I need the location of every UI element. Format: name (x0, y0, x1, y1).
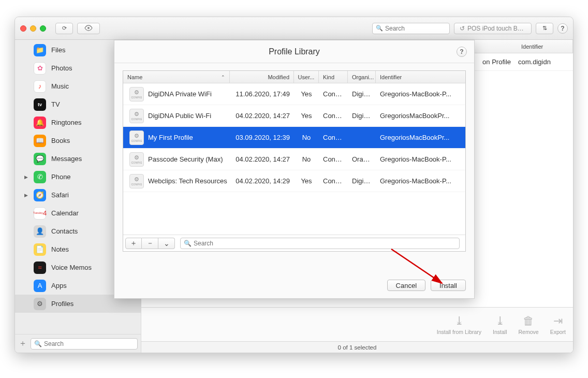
sidebar-item-label: Notes (51, 245, 69, 253)
remove-action[interactable]: 🗑Remove (519, 314, 539, 335)
profile-name-cell: ⚙CONFIGMy First Profile (123, 130, 230, 145)
cell-identifier: Gregorios-MacBook-P... (376, 90, 465, 98)
profile-name: Webclips: Tech Resources (148, 177, 227, 185)
preview-button[interactable] (77, 23, 100, 34)
column-identifier[interactable]: Identifier (376, 71, 465, 83)
close-window-button[interactable] (20, 25, 26, 32)
zoom-window-button[interactable] (40, 25, 46, 32)
profile-name: DigiDNA Public Wi-Fi (148, 112, 211, 120)
cell-identifier: GregoriosMacBookPr... (376, 134, 465, 141)
profile-row[interactable]: ⚙CONFIGWebclips: Tech Resources04.02.202… (123, 170, 465, 192)
column-name[interactable]: Name ⌃ (123, 71, 230, 83)
remove-profile-button[interactable]: － (142, 238, 158, 249)
svg-point-0 (87, 27, 90, 29)
install-button[interactable]: Install (431, 280, 466, 291)
column-modified[interactable]: Modified (230, 71, 294, 83)
profile-list-header: Name ⌃ Modified User... Kind Organi... I… (123, 71, 465, 83)
profile-row[interactable]: ⚙CONFIGMy First Profile03.09.2020, 12:39… (123, 127, 465, 149)
profile-row[interactable]: ⚙CONFIGPasscode Security (Max)04.02.2020… (123, 149, 465, 170)
cell-user: No (294, 134, 319, 141)
cell-org: Orange (348, 155, 376, 163)
backups-button[interactable]: ↺ POS iPod touch Backups (454, 23, 532, 34)
dialog-body: Name ⌃ Modified User... Kind Organi... I… (114, 63, 474, 272)
cell-kind: Config... (319, 155, 348, 163)
profile-name: My First Profile (148, 134, 193, 141)
column-organization[interactable]: Organi... (348, 71, 376, 83)
toolbar: ⟳ 🔍 ↺ POS iPod touch Backups ⇅ ? (15, 17, 573, 40)
cell-identifier: GregoriosMacBookPr... (376, 112, 465, 120)
calendar-icon: Tuesday4 (34, 207, 46, 220)
profile-row[interactable]: ⚙CONFIGDigiDNA Public Wi-Fi04.02.2020, 1… (123, 105, 465, 127)
sidebar-item-label: Messages (51, 155, 82, 163)
sidebar-item-label: Profiles (51, 300, 74, 308)
add-profile-button[interactable]: ＋ (125, 238, 142, 249)
action-menu-button[interactable]: ⌄ (158, 238, 175, 249)
remove-label: Remove (519, 329, 539, 335)
cell-modified: 04.02.2020, 14:27 (230, 155, 294, 163)
cell-modified: 04.02.2020, 14:29 (230, 177, 294, 185)
profile-name-cell: ⚙CONFIGPasscode Security (Max) (123, 152, 230, 167)
music-icon: ♪ (34, 80, 46, 93)
column-name-label: Name (127, 74, 142, 80)
column-user[interactable]: User... (294, 71, 319, 83)
dialog-titlebar: Profile Library ? (114, 40, 474, 63)
profile-identifier-fragment: com.digidn (518, 58, 568, 66)
install-action[interactable]: ⤓Install (493, 314, 507, 335)
sidebar-item-label: Photos (51, 64, 72, 72)
profile-row[interactable]: ⚙CONFIGDigiDNA Private WiFi11.06.2020, 1… (123, 83, 465, 105)
profile-name-cell: ⚙CONFIGDigiDNA Private WiFi (123, 87, 230, 101)
messages-icon: 💬 (34, 153, 46, 165)
dialog-help-button[interactable]: ? (457, 47, 467, 57)
column-identifier[interactable]: Identifier (516, 40, 573, 53)
profile-library-dialog: Profile Library ? Name ⌃ Modified User..… (114, 40, 475, 299)
sidebar-footer: ＋ 🔍 (15, 334, 141, 353)
sidebar-search-input[interactable] (44, 340, 134, 347)
cell-user: Yes (294, 112, 319, 120)
status-bar: 0 of 1 selected (141, 341, 573, 353)
profile-list-search[interactable]: 🔍 (180, 238, 460, 249)
sidebar-item-label: Calendar (51, 209, 79, 217)
search-icon: 🔍 (34, 340, 42, 347)
sidebar-item-label: TV (51, 100, 60, 108)
photos-icon: ✿ (34, 62, 46, 75)
cell-kind: Config... (319, 177, 348, 185)
cell-org: DigiD... (348, 112, 376, 120)
cell-org: DigiD... (348, 90, 376, 98)
notes-icon: 📄 (34, 243, 46, 256)
config-file-icon: ⚙CONFIG (129, 109, 144, 123)
profile-list-search-input[interactable] (194, 240, 456, 247)
cell-modified: 03.09.2020, 12:39 (230, 134, 294, 141)
sort-button[interactable]: ⇅ (536, 23, 553, 34)
install-library-label: Install from Library (437, 329, 481, 335)
bottom-action-bar: ⤓Install from Library⤓Install🗑Remove⇥Exp… (141, 307, 573, 341)
sidebar-add-button[interactable]: ＋ (18, 338, 27, 349)
help-icon: ? (561, 25, 564, 32)
export-label: Export (550, 329, 566, 335)
sidebar-search[interactable]: 🔍 (31, 338, 138, 350)
minimize-window-button[interactable] (30, 25, 36, 32)
disclosure-icon: ▶ (24, 193, 28, 198)
cell-modified: 04.02.2020, 14:27 (230, 112, 294, 120)
cell-modified: 11.06.2020, 17:49 (230, 90, 294, 98)
tv-icon: tv (34, 98, 46, 111)
help-button[interactable]: ? (557, 23, 568, 34)
profile-list-body: ⚙CONFIGDigiDNA Private WiFi11.06.2020, 1… (123, 83, 465, 235)
backups-label: POS iPod touch Backups (467, 25, 526, 32)
refresh-button[interactable]: ⟳ (55, 23, 73, 34)
column-kind[interactable]: Kind (319, 71, 348, 83)
sort-icon: ⇅ (542, 25, 547, 32)
cell-org: DigiD... (348, 177, 376, 185)
cancel-button[interactable]: Cancel (387, 280, 425, 291)
config-file-icon: ⚙CONFIG (129, 152, 144, 167)
books-icon: 📖 (34, 135, 46, 147)
install-library-action[interactable]: ⤓Install from Library (437, 314, 481, 335)
profiles-icon: ⚙ (34, 298, 46, 310)
sidebar-item-label: Music (51, 82, 69, 90)
toolbar-search-input[interactable] (385, 25, 446, 32)
export-action[interactable]: ⇥Export (550, 314, 566, 335)
cell-identifier: Gregorios-MacBook-P... (376, 177, 465, 185)
search-icon: 🔍 (376, 25, 383, 32)
install-label: Install (493, 329, 507, 335)
export-icon: ⇥ (553, 314, 563, 328)
toolbar-search[interactable]: 🔍 (372, 23, 450, 34)
